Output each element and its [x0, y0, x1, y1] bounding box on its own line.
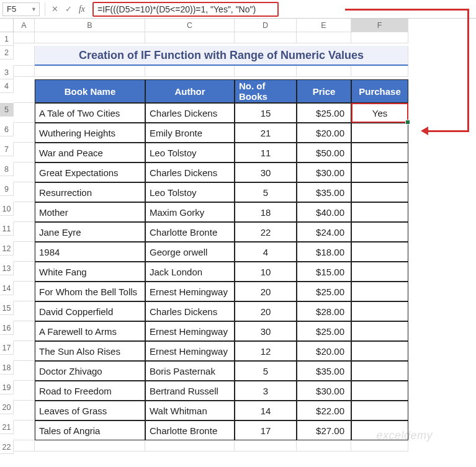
table-cell-num[interactable]: 5 — [235, 361, 297, 381]
empty-cell[interactable] — [14, 321, 35, 341]
table-cell-purchase[interactable] — [351, 282, 408, 301]
row-header[interactable]: 16 — [0, 321, 14, 335]
table-cell-book[interactable]: Road to Freedom — [35, 381, 145, 401]
table-cell-price[interactable]: $25.00 — [297, 321, 351, 341]
table-cell-purchase[interactable] — [351, 182, 408, 202]
empty-cell[interactable] — [14, 79, 35, 103]
table-cell-author[interactable]: Emily Bronte — [145, 123, 235, 143]
table-cell-purchase[interactable] — [351, 123, 408, 143]
col-header[interactable]: B — [35, 19, 145, 32]
empty-cell[interactable] — [235, 440, 297, 451]
cancel-button[interactable]: ✕ — [48, 2, 61, 16]
table-cell-author[interactable]: Leo Tolstoy — [145, 182, 235, 202]
table-cell-book[interactable]: White Fang — [35, 262, 145, 282]
row-header[interactable]: 6 — [0, 123, 14, 136]
table-cell-author[interactable]: Charles Dickens — [145, 103, 235, 123]
col-header[interactable]: C — [145, 19, 235, 32]
table-cell-purchase[interactable] — [351, 202, 408, 222]
table-cell-author[interactable]: Leo Tolstoy — [145, 143, 235, 162]
table-cell-num[interactable]: 17 — [235, 420, 297, 440]
empty-cell[interactable] — [14, 103, 35, 123]
row-header[interactable]: 17 — [0, 341, 14, 355]
row-header[interactable]: 7 — [0, 143, 14, 156]
table-cell-num[interactable]: 3 — [235, 381, 297, 401]
table-cell-price[interactable]: $15.00 — [297, 262, 351, 282]
table-cell-author[interactable]: Boris Pasternak — [145, 361, 235, 381]
table-cell-author[interactable]: George orwell — [145, 242, 235, 262]
table-cell-purchase[interactable] — [351, 143, 408, 162]
col-header[interactable]: E — [297, 19, 351, 32]
row-header[interactable]: 20 — [0, 401, 14, 414]
empty-cell[interactable] — [14, 242, 35, 262]
table-cell-author[interactable]: Bertrand Russell — [145, 381, 235, 401]
empty-cell[interactable] — [351, 66, 408, 77]
table-cell-purchase[interactable] — [351, 162, 408, 182]
table-cell-price[interactable]: $35.00 — [297, 182, 351, 202]
empty-cell[interactable] — [145, 440, 235, 451]
empty-cell[interactable] — [297, 440, 351, 451]
empty-cell[interactable] — [351, 440, 408, 451]
table-cell-num[interactable]: 30 — [235, 162, 297, 182]
empty-cell[interactable] — [14, 66, 35, 77]
empty-cell[interactable] — [35, 440, 145, 451]
table-cell-book[interactable]: Great Expectations — [35, 162, 145, 182]
table-cell-num[interactable]: 15 — [235, 103, 297, 123]
table-cell-price[interactable]: $30.00 — [297, 381, 351, 401]
table-cell-purchase[interactable] — [351, 401, 408, 420]
table-cell-book[interactable]: Wuthering Heights — [35, 123, 145, 143]
row-header[interactable]: 9 — [0, 182, 14, 196]
table-cell-purchase[interactable] — [351, 321, 408, 341]
table-cell-purchase[interactable] — [351, 242, 408, 262]
table-cell-book[interactable]: David Copperfield — [35, 301, 145, 321]
table-cell-book[interactable]: A Farewell to Arms — [35, 321, 145, 341]
empty-cell[interactable] — [14, 420, 35, 440]
table-cell-num[interactable]: 18 — [235, 202, 297, 222]
table-cell-price[interactable]: $22.00 — [297, 401, 351, 420]
table-cell-book[interactable]: A Tale of Two Cities — [35, 103, 145, 123]
table-cell-author[interactable]: Ernest Hemingway — [145, 282, 235, 301]
empty-cell[interactable] — [14, 301, 35, 321]
table-cell-purchase[interactable] — [351, 222, 408, 242]
empty-cell[interactable] — [297, 32, 351, 43]
table-cell-num[interactable]: 30 — [235, 321, 297, 341]
table-cell-author[interactable]: Charlotte Bronte — [145, 420, 235, 440]
table-cell-purchase[interactable] — [351, 341, 408, 361]
empty-cell[interactable] — [35, 32, 145, 43]
row-header[interactable]: 12 — [0, 242, 14, 256]
table-cell-author[interactable]: Charles Dickens — [145, 162, 235, 182]
table-cell-purchase[interactable] — [351, 301, 408, 321]
table-cell-price[interactable]: $24.00 — [297, 222, 351, 242]
empty-cell[interactable] — [14, 341, 35, 361]
table-cell-book[interactable]: Doctor Zhivago — [35, 361, 145, 381]
row-header[interactable]: 18 — [0, 361, 14, 375]
table-cell-price[interactable]: $25.00 — [297, 282, 351, 301]
row-header[interactable]: 14 — [0, 282, 14, 295]
row-header[interactable]: 11 — [0, 222, 14, 236]
table-cell-book[interactable]: Jane Eyre — [35, 222, 145, 242]
table-cell-author[interactable]: Jack London — [145, 262, 235, 282]
table-cell-purchase[interactable] — [351, 361, 408, 381]
table-cell-book[interactable]: War and Peace — [35, 143, 145, 162]
table-cell-num[interactable]: 22 — [235, 222, 297, 242]
empty-cell[interactable] — [297, 66, 351, 77]
empty-cell[interactable] — [351, 32, 408, 43]
empty-cell[interactable] — [14, 123, 35, 143]
table-cell-price[interactable]: $28.00 — [297, 301, 351, 321]
table-cell-price[interactable]: $20.00 — [297, 123, 351, 143]
name-box-dropdown-icon[interactable]: ▼ — [31, 6, 37, 12]
empty-cell[interactable] — [235, 66, 297, 77]
table-cell-author[interactable]: Charles Dickens — [145, 301, 235, 321]
table-cell-purchase[interactable] — [351, 420, 408, 440]
table-cell-book[interactable]: For Whom the Bell Tolls — [35, 282, 145, 301]
empty-cell[interactable] — [14, 401, 35, 420]
empty-cell[interactable] — [14, 32, 35, 43]
table-cell-price[interactable]: $25.00 — [297, 103, 351, 123]
row-header[interactable]: 8 — [0, 162, 14, 176]
table-cell-price[interactable]: $40.00 — [297, 202, 351, 222]
col-header[interactable]: A — [14, 19, 35, 32]
table-cell-num[interactable]: 20 — [235, 282, 297, 301]
table-cell-book[interactable]: Mother — [35, 202, 145, 222]
empty-cell[interactable] — [14, 46, 35, 66]
empty-cell[interactable] — [14, 262, 35, 282]
empty-cell[interactable] — [14, 202, 35, 222]
